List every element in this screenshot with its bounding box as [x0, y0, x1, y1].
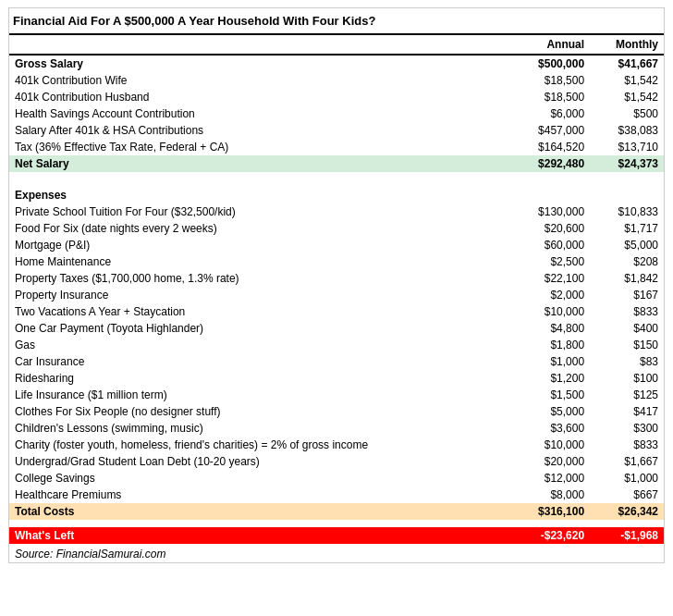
expense-annual: $10,000 — [511, 303, 590, 320]
expense-monthly: $1,000 — [590, 470, 664, 487]
expense-monthly: $400 — [590, 320, 664, 337]
expense-label: Healthcare Premiums — [9, 487, 511, 503]
expense-annual: $3,600 — [511, 420, 590, 437]
income-monthly: $41,667 — [590, 55, 664, 72]
expense-row: Food For Six (date nights every 2 weeks)… — [9, 220, 664, 237]
col-header-annual: Annual — [511, 35, 590, 55]
whats-left-label: What's Left — [9, 527, 511, 544]
expense-row: One Car Payment (Toyota Highlander) $4,8… — [9, 320, 664, 337]
income-row: Gross Salary $500,000 $41,667 — [9, 55, 664, 72]
expense-annual: $12,000 — [511, 470, 590, 487]
whats-left-row: What's Left -$23,620 -$1,968 — [9, 527, 664, 544]
net-salary-monthly: $24,373 — [590, 155, 664, 172]
income-row: 401k Contribution Wife $18,500 $1,542 — [9, 72, 664, 89]
income-row: Salary After 401k & HSA Contributions $4… — [9, 122, 664, 139]
expense-label: Home Maintenance — [9, 253, 511, 270]
income-label: 401k Contribution Husband — [9, 89, 511, 105]
expense-row: Children's Lessons (swimming, music) $3,… — [9, 420, 664, 437]
expense-annual: $20,000 — [511, 453, 590, 470]
expense-label: Two Vacations A Year + Staycation — [9, 303, 511, 320]
source-row: Source: FinancialSamurai.com — [9, 544, 664, 562]
expense-row: Property Taxes ($1,700,000 home, 1.3% ra… — [9, 270, 664, 287]
expense-label: Life Insurance ($1 million term) — [9, 387, 511, 403]
expense-row: Gas $1,800 $150 — [9, 337, 664, 353]
expense-monthly: $5,000 — [590, 237, 664, 253]
expense-row: Healthcare Premiums $8,000 $667 — [9, 487, 664, 503]
expense-row: Charity (foster youth, homeless, friend'… — [9, 437, 664, 453]
expense-row: Private School Tuition For Four ($32,500… — [9, 203, 664, 220]
income-label: Gross Salary — [9, 55, 511, 72]
income-monthly: $500 — [590, 105, 664, 122]
expense-label: Private School Tuition For Four ($32,500… — [9, 203, 511, 220]
source-text: Source: FinancialSamurai.com — [9, 544, 664, 562]
income-annual: $6,000 — [511, 105, 590, 122]
expense-annual: $8,000 — [511, 487, 590, 503]
income-annual: $500,000 — [511, 55, 590, 72]
expense-monthly: $125 — [590, 387, 664, 403]
expense-row: Two Vacations A Year + Staycation $10,00… — [9, 303, 664, 320]
expense-annual: $20,600 — [511, 220, 590, 237]
expense-row: Home Maintenance $2,500 $208 — [9, 253, 664, 270]
income-row: Tax (36% Effective Tax Rate, Federal + C… — [9, 139, 664, 155]
expense-monthly: $167 — [590, 287, 664, 303]
expense-label: One Car Payment (Toyota Highlander) — [9, 320, 511, 337]
income-monthly: $38,083 — [590, 122, 664, 139]
expense-row: Mortgage (P&I) $60,000 $5,000 — [9, 237, 664, 253]
expense-row: Undergrad/Grad Student Loan Debt (10-20 … — [9, 453, 664, 470]
expense-annual: $2,000 — [511, 287, 590, 303]
income-annual: $164,520 — [511, 139, 590, 155]
expense-monthly: $83 — [590, 353, 664, 370]
income-annual: $18,500 — [511, 72, 590, 89]
expense-annual: $10,000 — [511, 437, 590, 453]
total-costs-monthly: $26,342 — [590, 503, 664, 520]
expense-annual: $60,000 — [511, 237, 590, 253]
total-costs-label: Total Costs — [9, 503, 511, 520]
expense-row: Car Insurance $1,000 $83 — [9, 353, 664, 370]
expense-label: Charity (foster youth, homeless, friend'… — [9, 437, 511, 453]
expense-annual: $1,800 — [511, 337, 590, 353]
expense-label: Clothes For Six People (no designer stuf… — [9, 403, 511, 420]
expense-monthly: $417 — [590, 403, 664, 420]
expense-annual: $130,000 — [511, 203, 590, 220]
income-label: Health Savings Account Contribution — [9, 105, 511, 122]
expense-label: Property Taxes ($1,700,000 home, 1.3% ra… — [9, 270, 511, 287]
expense-label: Mortgage (P&I) — [9, 237, 511, 253]
net-salary-label: Net Salary — [9, 155, 511, 172]
expense-label: Property Insurance — [9, 287, 511, 303]
whats-left-annual: -$23,620 — [511, 527, 590, 544]
total-costs-annual: $316,100 — [511, 503, 590, 520]
expense-label: Gas — [9, 337, 511, 353]
net-salary-annual: $292,480 — [511, 155, 590, 172]
expense-label: Undergrad/Grad Student Loan Debt (10-20 … — [9, 453, 511, 470]
income-monthly: $13,710 — [590, 139, 664, 155]
page-title: Financial Aid For A $500,000 A Year Hous… — [9, 8, 664, 35]
expense-label: Children's Lessons (swimming, music) — [9, 420, 511, 437]
income-monthly: $1,542 — [590, 89, 664, 105]
expense-annual: $1,000 — [511, 353, 590, 370]
expenses-header: Expenses — [9, 179, 664, 203]
total-costs-row: Total Costs $316,100 $26,342 — [9, 503, 664, 520]
expense-annual: $1,200 — [511, 370, 590, 387]
expense-annual: $1,500 — [511, 387, 590, 403]
expense-row: Property Insurance $2,000 $167 — [9, 287, 664, 303]
expense-row: College Savings $12,000 $1,000 — [9, 470, 664, 487]
expense-annual: $5,000 — [511, 403, 590, 420]
income-row: Health Savings Account Contribution $6,0… — [9, 105, 664, 122]
expense-annual: $22,100 — [511, 270, 590, 287]
expense-monthly: $10,833 — [590, 203, 664, 220]
income-monthly: $1,542 — [590, 72, 664, 89]
expense-monthly: $1,667 — [590, 453, 664, 470]
expense-row: Life Insurance ($1 million term) $1,500 … — [9, 387, 664, 403]
income-label: Tax (36% Effective Tax Rate, Federal + C… — [9, 139, 511, 155]
col-header-item — [9, 35, 511, 55]
expense-monthly: $833 — [590, 303, 664, 320]
income-annual: $18,500 — [511, 89, 590, 105]
expense-label: College Savings — [9, 470, 511, 487]
whats-left-monthly: -$1,968 — [590, 527, 664, 544]
income-label: 401k Contribution Wife — [9, 72, 511, 89]
expense-monthly: $833 — [590, 437, 664, 453]
expense-row: Ridesharing $1,200 $100 — [9, 370, 664, 387]
net-salary-row: Net Salary $292,480 $24,373 — [9, 155, 664, 172]
expense-monthly: $208 — [590, 253, 664, 270]
income-label: Salary After 401k & HSA Contributions — [9, 122, 511, 139]
